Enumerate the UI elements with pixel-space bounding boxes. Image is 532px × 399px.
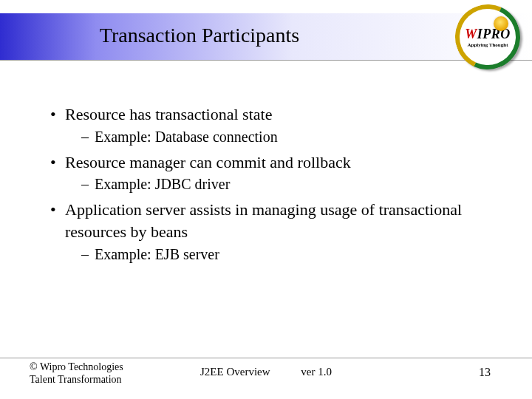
slide-body: Resource has transactional state Example… [47,103,502,269]
slide-footer: © Wipro Technologies Talent Transformati… [0,358,532,389]
footer-version: ver 1.0 [301,366,332,378]
bullet-item: Application server assists in managing u… [47,199,502,264]
logo-tagline: Applying Thought [468,42,508,48]
bullet-item: Resource has transactional state Example… [47,103,502,147]
footer-center: J2EE Overview ver 1.0 [0,366,532,378]
brand-logo: WIPRO Applying Thought [455,4,520,69]
sub-bullet-text: Example: JDBC driver [95,176,230,192]
bullet-text: Resource manager can commit and rollback [65,153,351,171]
sun-icon [494,16,508,31]
bullet-item: Resource manager can commit and rollback… [47,151,502,195]
bullet-text: Application server assists in managing u… [65,200,462,241]
footer-page-number: 13 [479,366,491,379]
bullet-text: Resource has transactional state [65,105,272,123]
slide: Transaction Participants WIPRO Applying … [0,0,532,399]
slide-title: Transaction Participants [0,24,399,47]
sub-bullet-text: Example: Database connection [95,129,278,145]
sub-bullet-item: Example: Database connection [65,127,502,147]
footer-deck-title: J2EE Overview [200,366,270,378]
sub-bullet-text: Example: EJB server [95,246,219,262]
logo-inner: WIPRO Applying Thought [463,12,513,62]
sub-bullet-item: Example: JDBC driver [65,174,502,194]
sub-bullet-item: Example: EJB server [65,245,502,265]
title-bar: Transaction Participants [0,13,532,61]
